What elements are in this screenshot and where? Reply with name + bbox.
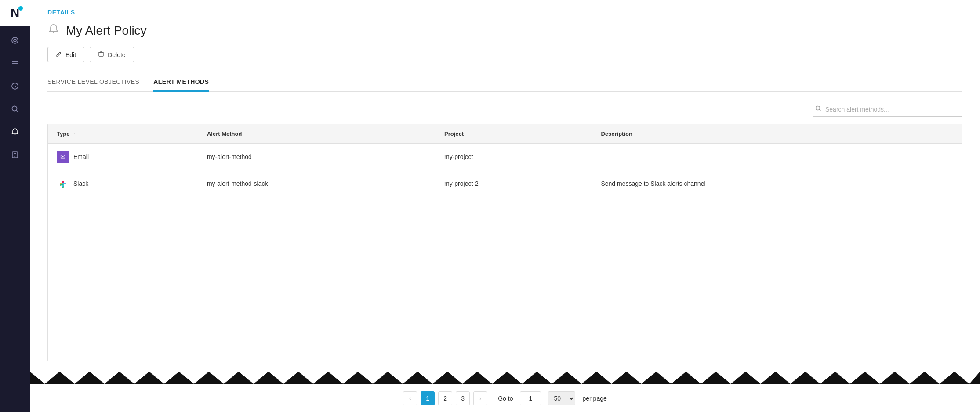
content-area: Type ↑ Alert Method Project Description <box>30 92 980 372</box>
alert-method-cell-0: my-alert-method <box>198 143 436 170</box>
sidebar-item-monitor[interactable] <box>0 76 30 97</box>
description-cell-1: Send message to Slack alerts channel <box>592 170 962 197</box>
page-title-row: My Alert Policy <box>47 23 962 38</box>
logo[interactable]: N <box>0 0 30 26</box>
search-input[interactable] <box>825 106 961 113</box>
col-description[interactable]: Description <box>592 124 962 144</box>
sidebar-item-search[interactable] <box>0 98 30 119</box>
svg-rect-2 <box>12 61 18 62</box>
svg-rect-4 <box>12 65 18 65</box>
type-cell-slack: Slack <box>48 170 198 197</box>
pagination-bar: ‹ 1 2 3 › Go to 10 25 50 100 per page <box>30 384 980 412</box>
search-box <box>813 102 962 117</box>
zigzag-band <box>30 372 980 384</box>
col-project[interactable]: Project <box>436 124 592 144</box>
main-content: DETAILS My Alert Policy Edit D <box>30 0 980 412</box>
tab-slo[interactable]: SERVICE LEVEL OBJECTIVES <box>47 73 139 92</box>
table-row: Slack my-alert-method-slack my-project-2… <box>48 170 962 197</box>
edit-icon <box>56 51 62 58</box>
alert-method-cell-1: my-alert-method-slack <box>198 170 436 197</box>
bell-icon <box>11 127 19 136</box>
header: DETAILS My Alert Policy Edit D <box>30 0 980 92</box>
table-header: Type ↑ Alert Method Project Description <box>48 124 962 144</box>
svg-point-0 <box>12 37 18 43</box>
svg-rect-10 <box>14 156 15 156</box>
project-cell-0: my-project <box>436 143 592 170</box>
svg-rect-8 <box>14 153 16 154</box>
search-icon <box>11 105 19 113</box>
next-page-button[interactable]: › <box>473 391 487 405</box>
delete-button[interactable]: Delete <box>90 47 134 62</box>
goto-input[interactable] <box>520 391 541 405</box>
reports-icon <box>11 150 19 159</box>
svg-rect-3 <box>12 63 18 64</box>
alert-methods-table: Type ↑ Alert Method Project Description <box>47 124 962 361</box>
description-cell-0 <box>592 143 962 170</box>
sort-arrow-icon: ↑ <box>73 131 76 137</box>
details-label: DETAILS <box>47 9 962 16</box>
sidebar-item-alerts[interactable] <box>0 121 30 142</box>
sidebar-item-list[interactable] <box>0 53 30 74</box>
col-type[interactable]: Type ↑ <box>48 124 198 144</box>
slack-type-icon <box>57 177 69 190</box>
page-bell-icon <box>47 23 60 38</box>
svg-rect-11 <box>99 53 103 56</box>
type-cell-email: Email <box>48 143 198 170</box>
logo-text: N <box>11 7 19 19</box>
dashboard-icon <box>11 36 19 45</box>
page-3-button[interactable]: 3 <box>456 391 470 405</box>
table-row: Email my-alert-method my-project <box>48 143 962 170</box>
tab-alert-methods[interactable]: ALERT METHODS <box>153 73 209 92</box>
tabs: SERVICE LEVEL OBJECTIVES ALERT METHODS <box>47 73 962 92</box>
sidebar-item-reports[interactable] <box>0 144 30 165</box>
page-1-button[interactable]: 1 <box>421 391 435 405</box>
sidebar: N <box>0 0 30 412</box>
prev-page-button[interactable]: ‹ <box>403 391 417 405</box>
per-page-label: per page <box>582 395 606 402</box>
col-alert-method[interactable]: Alert Method <box>198 124 436 144</box>
monitor-icon <box>11 82 19 90</box>
goto-label: Go to <box>498 395 513 402</box>
email-type-icon <box>57 151 69 163</box>
delete-label: Delete <box>108 51 125 58</box>
logo-dot <box>18 6 23 11</box>
search-row <box>47 102 962 117</box>
project-cell-1: my-project-2 <box>436 170 592 197</box>
sidebar-nav <box>0 30 30 165</box>
edit-label: Edit <box>65 51 76 58</box>
per-page-select[interactable]: 10 25 50 100 <box>548 391 575 405</box>
type-label-email: Email <box>73 153 89 160</box>
action-buttons: Edit Delete <box>47 47 962 62</box>
sidebar-item-dashboard[interactable] <box>0 30 30 51</box>
list-icon <box>11 59 19 68</box>
type-label-slack: Slack <box>73 180 88 187</box>
delete-icon <box>98 51 104 58</box>
edit-button[interactable]: Edit <box>47 47 84 62</box>
table-body: Email my-alert-method my-project <box>48 143 962 197</box>
table: Type ↑ Alert Method Project Description <box>48 124 962 197</box>
svg-rect-9 <box>14 155 16 155</box>
svg-point-1 <box>14 39 16 42</box>
page-2-button[interactable]: 2 <box>438 391 452 405</box>
page-title: My Alert Policy <box>66 24 147 38</box>
search-icon <box>815 105 822 114</box>
